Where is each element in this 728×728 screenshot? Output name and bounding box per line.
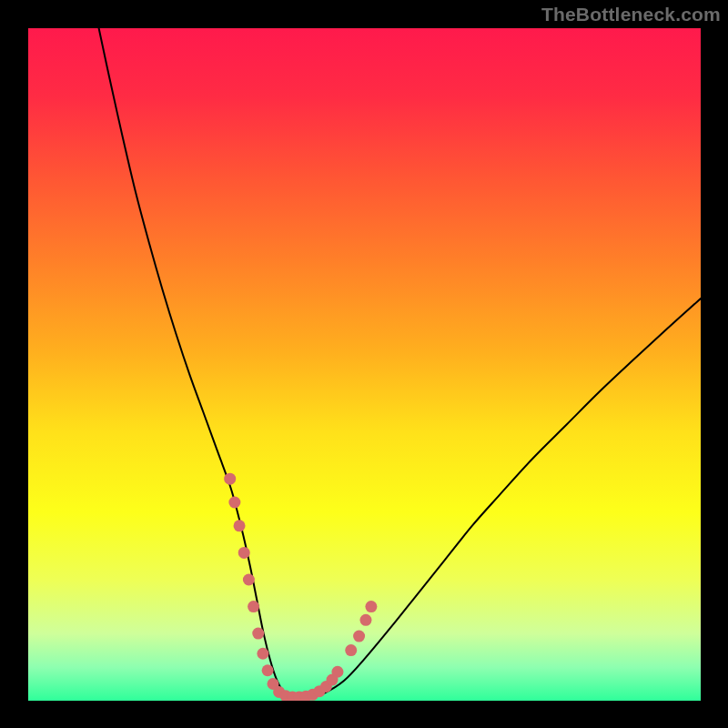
- data-point: [262, 664, 274, 676]
- data-point: [243, 573, 255, 585]
- gradient-background: [28, 28, 701, 701]
- data-point: [331, 666, 343, 678]
- data-point: [359, 614, 371, 626]
- data-point: [228, 496, 240, 508]
- chart-svg: [28, 28, 701, 701]
- data-point: [234, 520, 246, 531]
- data-point: [345, 644, 357, 656]
- data-point: [365, 601, 377, 612]
- plot-area: [28, 28, 701, 701]
- data-point: [238, 547, 250, 559]
- watermark-text: TheBottleneck.com: [541, 4, 721, 25]
- data-point: [224, 473, 236, 485]
- data-point: [252, 628, 264, 640]
- chart-container: TheBottleneck.com: [0, 0, 728, 728]
- data-point: [353, 631, 365, 642]
- data-point: [248, 601, 259, 612]
- data-point: [257, 648, 268, 660]
